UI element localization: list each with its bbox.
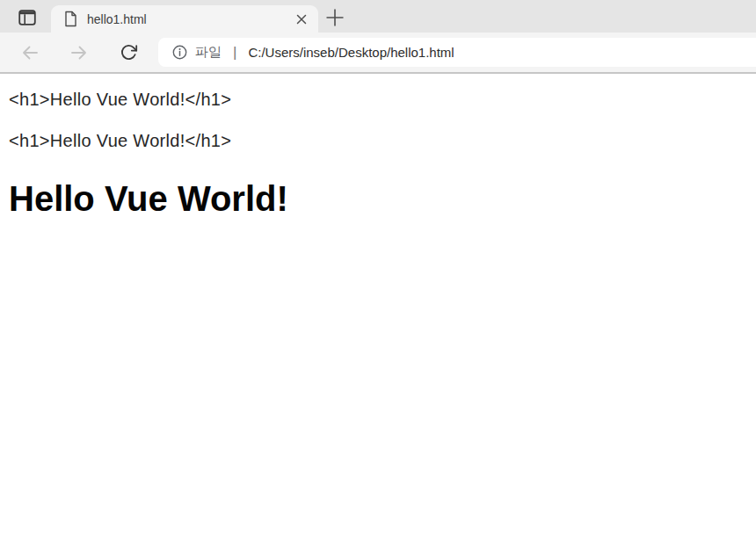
refresh-icon <box>120 43 138 62</box>
page-content: <h1>Hello Vue World!</h1> <h1>Hello Vue … <box>0 88 756 543</box>
browser-toolbar: 파일 | C:/Users/inseb/Desktop/hello1.html <box>0 33 756 74</box>
code-text-line-2: <h1>Hello Vue World!</h1> <box>9 129 756 152</box>
refresh-button[interactable] <box>111 37 146 69</box>
info-icon <box>172 45 187 60</box>
tab-actions-menu-button[interactable] <box>12 6 42 29</box>
url-text: C:/Users/inseb/Desktop/hello1.html <box>248 45 454 60</box>
window-layout-icon <box>18 8 37 27</box>
site-info-chip[interactable]: 파일 <box>172 44 222 61</box>
tab-title: hello1.html <box>87 12 292 26</box>
arrow-left-icon <box>20 43 40 62</box>
address-separator: | <box>233 44 236 62</box>
forward-button[interactable] <box>62 37 97 69</box>
page-heading: Hello Vue World! <box>9 177 756 220</box>
tab-bar: hello1.html <box>0 0 756 33</box>
tab-hello1[interactable]: hello1.html <box>51 5 318 33</box>
close-icon <box>296 14 307 25</box>
document-icon <box>63 11 78 27</box>
url-scheme-label: 파일 <box>195 44 222 61</box>
address-bar[interactable]: 파일 | C:/Users/inseb/Desktop/hello1.html <box>158 38 756 67</box>
tab-close-button[interactable] <box>292 10 311 29</box>
code-text-line-1: <h1>Hello Vue World!</h1> <box>9 88 756 111</box>
new-tab-button[interactable] <box>323 6 346 29</box>
plus-icon <box>324 7 345 28</box>
arrow-right-icon <box>69 43 89 62</box>
back-button[interactable] <box>12 37 47 69</box>
browser-window: hello1.html <box>0 0 756 543</box>
